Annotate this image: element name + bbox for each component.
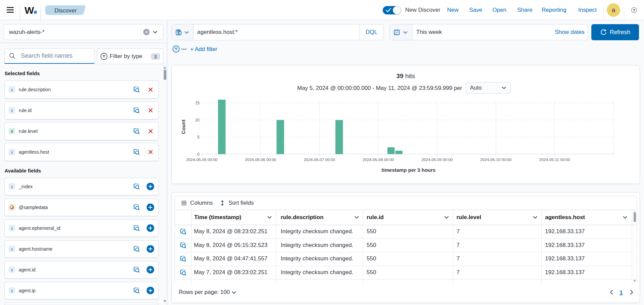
- svg-text:2024-05-08 00:00: 2024-05-08 00:00: [363, 157, 394, 162]
- svg-text:2024-05-09 00:00: 2024-05-09 00:00: [421, 157, 453, 162]
- svg-text:Discover: Discover: [54, 7, 76, 13]
- svg-text:10: 10: [195, 118, 200, 122]
- svg-text:0: 0: [197, 152, 200, 157]
- svg-text:2024-05-05 00:00: 2024-05-05 00:00: [186, 157, 218, 162]
- svg-text:2024-05-07 00:00: 2024-05-07 00:00: [304, 157, 335, 162]
- svg-text:Count: Count: [180, 119, 186, 134]
- svg-text:2024-05-11 00:00: 2024-05-11 00:00: [539, 157, 570, 162]
- svg-text:5: 5: [197, 135, 200, 140]
- svg-text:2024-05-06 00:00: 2024-05-06 00:00: [245, 157, 277, 162]
- svg-text:2024-05-10 00:00: 2024-05-10 00:00: [480, 157, 512, 162]
- svg-text:timestamp per 3 hours: timestamp per 3 hours: [382, 167, 436, 173]
- svg-text:15: 15: [195, 101, 200, 105]
